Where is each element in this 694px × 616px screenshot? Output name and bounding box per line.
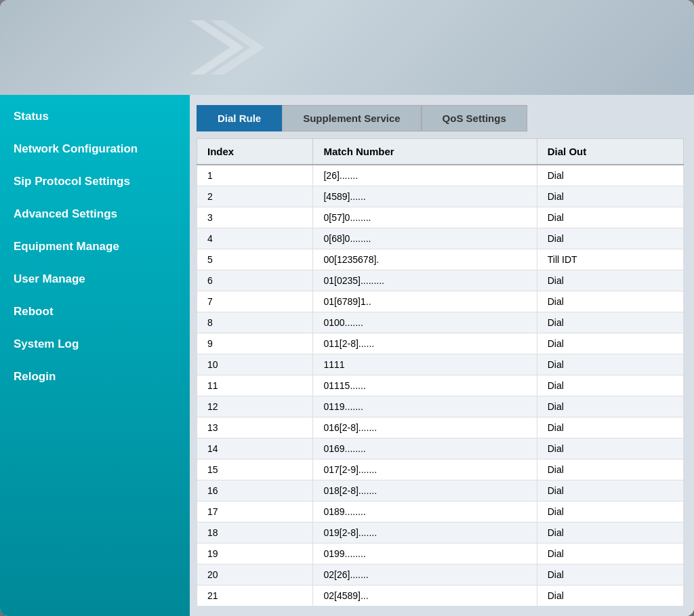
cell-match-number: 0[68]0........: [313, 228, 537, 249]
main-content: StatusNetwork ConfigurationSip Protocol …: [0, 95, 694, 616]
table-body: 1[26].......Dial2[4589]......Dial30[57]0…: [197, 165, 684, 606]
sidebar-item-system-log[interactable]: System Log: [0, 329, 190, 359]
cell-index: 17: [197, 501, 313, 522]
cell-index: 16: [197, 480, 313, 501]
cell-dial-out: Dial: [537, 228, 683, 249]
table-row: 140169........Dial: [197, 438, 684, 459]
header-chevron-icon: [190, 14, 271, 81]
cell-match-number: 02[4589]...: [313, 586, 537, 607]
table-row: 2[4589]......Dial: [197, 186, 684, 207]
cell-dial-out: Dial: [537, 270, 683, 291]
cell-match-number: 018[2-8].......: [313, 480, 537, 501]
cell-dial-out: Dial: [537, 375, 683, 396]
cell-index: 19: [197, 543, 313, 564]
cell-match-number: 0189........: [313, 501, 537, 522]
cell-dial-out: Dial: [537, 165, 683, 186]
header: [0, 0, 694, 95]
cell-match-number: 0[57]0........: [313, 207, 537, 228]
cell-index: 10: [197, 354, 313, 375]
cell-match-number: [26].......: [313, 165, 537, 186]
cell-match-number: 019[2-8].......: [313, 522, 537, 543]
cell-dial-out: Dial: [537, 207, 683, 228]
cell-match-number: 017[2-9].......: [313, 459, 537, 480]
cell-index: 4: [197, 228, 313, 249]
table-row: 190199........Dial: [197, 543, 684, 564]
cell-match-number: 01[6789]1..: [313, 291, 537, 312]
table-row: 9011[2-8]......Dial: [197, 333, 684, 354]
cell-match-number: [4589]......: [313, 186, 537, 207]
table-row: 80100.......Dial: [197, 312, 684, 333]
col-header-index: Index: [197, 139, 313, 165]
cell-match-number: 01115......: [313, 375, 537, 396]
table-row: 170189........Dial: [197, 501, 684, 522]
table-row: 1[26].......Dial: [197, 165, 684, 186]
table-row: 2102[4589]...Dial: [197, 586, 684, 607]
cell-dial-out: Dial: [537, 186, 683, 207]
cell-dial-out: Till IDT: [537, 249, 683, 270]
cell-index: 3: [197, 207, 313, 228]
cell-match-number: 1111: [313, 354, 537, 375]
sidebar-item-advanced-settings[interactable]: Advanced Settings: [0, 199, 190, 229]
col-header-dial-out: Dial Out: [537, 139, 683, 165]
cell-index: 6: [197, 270, 313, 291]
sidebar-item-equipment-manage[interactable]: Equipment Manage: [0, 232, 190, 262]
cell-index: 8: [197, 312, 313, 333]
cell-index: 7: [197, 291, 313, 312]
table-row: 500[1235678].Till IDT: [197, 249, 684, 270]
sidebar-item-relogin[interactable]: Relogin: [0, 362, 190, 392]
table-header-row: IndexMatch NumberDial Out: [197, 139, 684, 165]
cell-dial-out: Dial: [537, 522, 683, 543]
cell-dial-out: Dial: [537, 312, 683, 333]
tab-supplement-service[interactable]: Supplement Service: [282, 105, 421, 131]
cell-dial-out: Dial: [537, 396, 683, 417]
cell-index: 5: [197, 249, 313, 270]
cell-dial-out: Dial: [537, 333, 683, 354]
table-row: 601[0235].........Dial: [197, 270, 684, 291]
sidebar-item-status[interactable]: Status: [0, 102, 190, 131]
table-row: 16018[2-8].......Dial: [197, 480, 684, 501]
sidebar-item-network-configuration[interactable]: Network Configuration: [0, 134, 190, 164]
cell-index: 20: [197, 564, 313, 586]
sidebar-item-user-manage[interactable]: User Manage: [0, 264, 190, 294]
cell-match-number: 02[26].......: [313, 564, 537, 586]
table-row: 701[6789]1..Dial: [197, 291, 684, 312]
cell-index: 1: [197, 165, 313, 186]
cell-match-number: 00[1235678].: [313, 249, 537, 270]
cell-index: 12: [197, 396, 313, 417]
dial-rule-table: IndexMatch NumberDial Out 1[26].......Di…: [197, 138, 684, 606]
table-row: 101111Dial: [197, 354, 684, 375]
tab-qos-settings[interactable]: QoS Settings: [422, 105, 527, 131]
cell-index: 11: [197, 375, 313, 396]
col-header-match-number: Match Number: [313, 139, 537, 165]
dial-rule-table-container: IndexMatch NumberDial Out 1[26].......Di…: [197, 138, 684, 606]
content-area: Dial RuleSupplement ServiceQoS Settings …: [190, 95, 694, 616]
cell-dial-out: Dial: [537, 459, 683, 480]
cell-dial-out: Dial: [537, 543, 683, 564]
cell-match-number: 0199........: [313, 543, 537, 564]
cell-index: 18: [197, 522, 313, 543]
sidebar-item-reboot[interactable]: Reboot: [0, 297, 190, 327]
sidebar-item-sip-protocol-settings[interactable]: Sip Protocol Settings: [0, 167, 190, 197]
table-row: 13016[2-8].......Dial: [197, 417, 684, 438]
cell-index: 14: [197, 438, 313, 459]
cell-index: 13: [197, 417, 313, 438]
cell-index: 9: [197, 333, 313, 354]
cell-dial-out: Dial: [537, 354, 683, 375]
cell-match-number: 016[2-8].......: [313, 417, 537, 438]
table-row: 15017[2-9].......Dial: [197, 459, 684, 480]
table-row: 40[68]0........Dial: [197, 228, 684, 249]
main-window: StatusNetwork ConfigurationSip Protocol …: [0, 0, 694, 616]
table-row: 18019[2-8].......Dial: [197, 522, 684, 543]
cell-dial-out: Dial: [537, 501, 683, 522]
cell-dial-out: Dial: [537, 291, 683, 312]
cell-index: 21: [197, 586, 313, 607]
cell-index: 15: [197, 459, 313, 480]
tab-dial-rule[interactable]: Dial Rule: [197, 105, 282, 131]
cell-dial-out: Dial: [537, 586, 683, 607]
cell-dial-out: Dial: [537, 417, 683, 438]
cell-dial-out: Dial: [537, 564, 683, 586]
sidebar: StatusNetwork ConfigurationSip Protocol …: [0, 95, 190, 616]
cell-match-number: 0100.......: [313, 312, 537, 333]
cell-match-number: 01[0235].........: [313, 270, 537, 291]
table-row: 1101115......Dial: [197, 375, 684, 396]
